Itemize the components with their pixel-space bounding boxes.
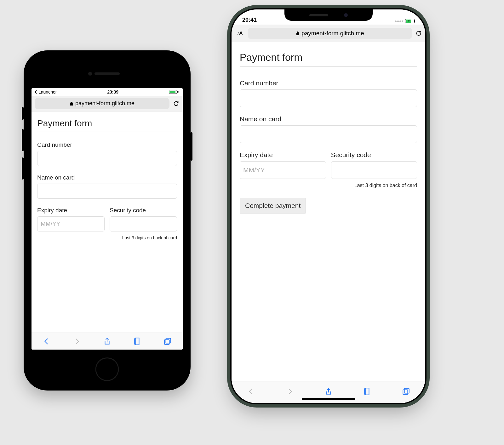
power-button — [428, 94, 430, 129]
name-on-card-field: Name on card — [37, 174, 177, 199]
complete-payment-button[interactable]: Complete payment — [240, 198, 306, 214]
battery-icon — [169, 90, 177, 94]
expiry-field: Expiry date — [240, 151, 326, 179]
iphone-11-device: 20:41 ⚡︎ AA payment-form.glitch.me Payme… — [232, 9, 425, 403]
safari-url-bar: AA payment-form.glitch.me — [232, 25, 425, 42]
card-number-field: Card number — [240, 79, 417, 107]
cellular-signal-icon — [395, 20, 403, 22]
iphone-7-device: Launcher 23:39 ⚡︎ payment-form.glitch.me… — [24, 50, 191, 391]
safari-url-bar: payment-form.glitch.me — [32, 96, 183, 111]
tabs-icon[interactable] — [163, 337, 172, 345]
card-number-input[interactable] — [240, 89, 417, 107]
svg-rect-0 — [166, 338, 171, 343]
status-time: 20:41 — [242, 17, 257, 23]
front-camera — [88, 72, 92, 76]
name-on-card-input[interactable] — [37, 184, 177, 199]
cvc-hint: Last 3 digits on back of card — [37, 235, 177, 240]
volume-down-button — [22, 157, 24, 180]
cvc-label: Security code — [331, 151, 417, 159]
notch — [284, 9, 373, 21]
home-indicator[interactable] — [302, 398, 355, 400]
home-button[interactable] — [95, 357, 119, 381]
expiry-input[interactable] — [240, 161, 326, 179]
name-on-card-field: Name on card — [240, 115, 417, 143]
charging-icon: ⚡︎ — [178, 90, 180, 94]
expiry-cvc-row: Expiry date Security code — [37, 207, 177, 233]
back-to-app-label: Launcher — [38, 89, 57, 94]
volume-up-button — [22, 129, 24, 151]
bookmarks-icon[interactable] — [133, 337, 141, 345]
name-on-card-input[interactable] — [240, 125, 417, 143]
name-on-card-label: Name on card — [240, 115, 417, 123]
share-icon[interactable] — [324, 387, 333, 396]
forward-icon — [286, 387, 294, 396]
cvc-input[interactable] — [331, 161, 417, 179]
screen: Launcher 23:39 ⚡︎ payment-form.glitch.me… — [32, 88, 183, 350]
bookmarks-icon[interactable] — [363, 387, 371, 396]
back-to-app[interactable]: Launcher — [34, 89, 57, 94]
cvc-field: Security code — [110, 207, 177, 231]
expiry-label: Expiry date — [37, 207, 105, 214]
page-content: Payment form Card number Name on card Ex… — [32, 111, 183, 333]
battery-indicator: ⚡︎ — [169, 90, 180, 94]
page-content: Payment form Card number Name on card Ex… — [232, 42, 425, 381]
front-camera — [344, 13, 348, 17]
cvc-label: Security code — [110, 207, 177, 214]
mute-switch — [22, 107, 24, 120]
volume-up-button — [227, 88, 229, 110]
battery-icon: ⚡︎ — [405, 19, 415, 23]
forward-icon — [73, 337, 81, 345]
text-size-button[interactable]: AA — [235, 31, 245, 36]
back-icon[interactable] — [247, 387, 255, 396]
cvc-input[interactable] — [110, 216, 177, 231]
expiry-label: Expiry date — [240, 151, 326, 159]
expiry-cvc-row: Expiry date Security code — [240, 151, 417, 181]
share-icon[interactable] — [103, 337, 111, 345]
expiry-input[interactable] — [37, 216, 105, 231]
tabs-icon[interactable] — [402, 387, 410, 396]
earpiece-speaker — [94, 72, 120, 75]
safari-toolbar — [32, 333, 183, 350]
url-field[interactable]: payment-form.glitch.me — [248, 28, 412, 39]
status-bar: Launcher 23:39 ⚡︎ — [32, 88, 183, 96]
status-time: 23:39 — [107, 89, 118, 94]
expiry-field: Expiry date — [37, 207, 105, 231]
svg-rect-3 — [403, 390, 408, 394]
power-button — [191, 132, 192, 161]
mute-switch — [227, 68, 229, 79]
cvc-hint: Last 3 digits on back of card — [240, 183, 417, 188]
svg-rect-2 — [404, 388, 409, 393]
url-text: payment-form.glitch.me — [75, 100, 135, 107]
card-number-field: Card number — [37, 141, 177, 166]
reload-icon[interactable] — [173, 100, 180, 107]
reload-icon[interactable] — [415, 30, 422, 37]
card-number-label: Card number — [37, 141, 177, 148]
url-field[interactable]: payment-form.glitch.me — [35, 98, 169, 109]
page-title: Payment form — [37, 118, 177, 132]
back-icon[interactable] — [43, 337, 51, 345]
page-title: Payment form — [240, 52, 417, 67]
volume-down-button — [227, 117, 229, 139]
lock-icon — [70, 101, 73, 106]
card-number-input[interactable] — [37, 151, 177, 166]
svg-rect-1 — [164, 339, 169, 344]
name-on-card-label: Name on card — [37, 174, 177, 181]
cvc-field: Security code — [331, 151, 417, 179]
url-text: payment-form.glitch.me — [301, 30, 364, 37]
card-number-label: Card number — [240, 79, 417, 87]
lock-icon — [296, 31, 300, 36]
chevron-left-icon — [34, 90, 38, 94]
earpiece-speaker — [309, 14, 328, 16]
